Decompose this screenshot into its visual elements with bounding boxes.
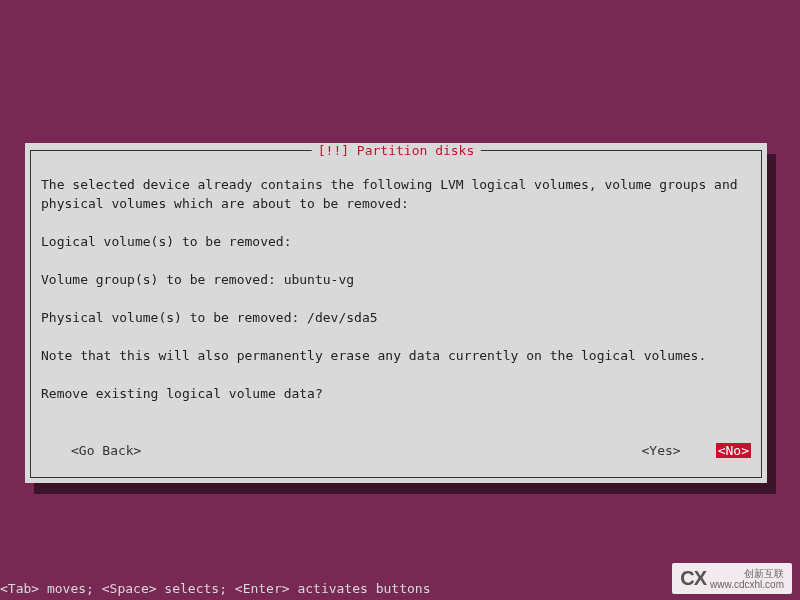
dialog-body: The selected device already contains the… xyxy=(41,175,751,422)
physical-volumes-line: Physical volume(s) to be removed: /dev/s… xyxy=(41,308,751,327)
partition-disks-dialog: [!!] Partition disks The selected device… xyxy=(25,143,767,483)
dialog-border: [!!] Partition disks The selected device… xyxy=(30,150,762,478)
watermark-logo: CX xyxy=(680,567,706,590)
no-button[interactable]: <No> xyxy=(716,443,751,458)
dialog-intro: The selected device already contains the… xyxy=(41,175,751,213)
yes-button[interactable]: <Yes> xyxy=(642,443,681,458)
watermark-line2: www.cdcxhl.com xyxy=(710,579,784,590)
volume-groups-line: Volume group(s) to be removed: ubuntu-vg xyxy=(41,270,751,289)
dialog-title: [!!] Partition disks xyxy=(312,143,481,158)
dialog-title-text: [!!] Partition disks xyxy=(318,143,475,158)
watermark-line1: 创新互联 xyxy=(744,568,784,579)
confirm-question: Remove existing logical volume data? xyxy=(41,384,751,403)
navigation-hint: <Tab> moves; <Space> selects; <Enter> ac… xyxy=(0,581,430,596)
go-back-button[interactable]: <Go Back> xyxy=(71,443,141,458)
dialog-button-row: <Go Back> <Yes> <No> xyxy=(41,443,751,458)
logical-volumes-line: Logical volume(s) to be removed: xyxy=(41,232,751,251)
watermark-text: 创新互联 www.cdcxhl.com xyxy=(710,568,784,590)
watermark: CX 创新互联 www.cdcxhl.com xyxy=(672,563,792,594)
erase-note: Note that this will also permanently era… xyxy=(41,346,751,365)
